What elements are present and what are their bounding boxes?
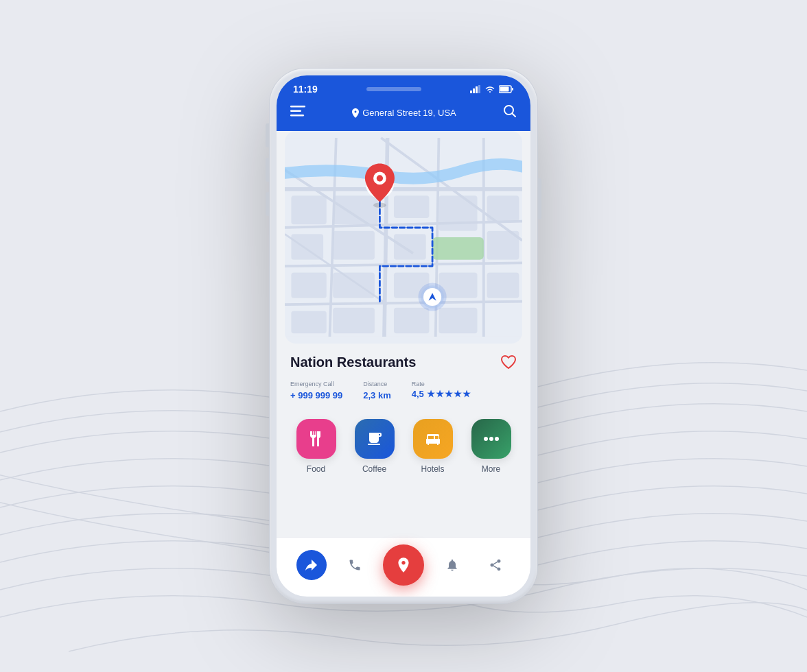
star-1: ★ (427, 389, 435, 399)
svg-rect-34 (333, 272, 375, 298)
favorite-button[interactable] (500, 355, 517, 374)
svg-rect-33 (487, 231, 519, 260)
more-label: More (482, 464, 500, 474)
phone-frame: 11:19 (270, 69, 537, 603)
svg-rect-5 (500, 87, 509, 92)
status-notch (366, 87, 421, 91)
svg-rect-24 (291, 195, 326, 224)
signal-icon (470, 85, 481, 93)
rate-stat: Rate 4,5 ★ ★ ★ ★ ★ (412, 381, 471, 401)
emergency-stat: Emergency Call + 999 999 99 (290, 381, 342, 401)
svg-rect-29 (291, 234, 323, 259)
svg-rect-28 (487, 195, 519, 221)
cup-icon (366, 431, 383, 447)
dots-icon (483, 436, 500, 442)
distance-value: 2,3 km (363, 390, 390, 400)
info-stats: Emergency Call + 999 999 99 Distance 2,3… (290, 381, 517, 401)
heart-icon (500, 355, 517, 370)
category-buttons: Food Coffee (277, 419, 530, 474)
distance-stat: Distance 2,3 km (363, 381, 390, 401)
emergency-value: + 999 999 99 (290, 390, 342, 400)
phone-icon (348, 558, 362, 572)
header-address: General Street 19, USA (362, 108, 456, 118)
nav-share[interactable] (480, 550, 511, 580)
distance-label: Distance (363, 381, 390, 387)
category-more[interactable]: More (471, 419, 511, 474)
svg-rect-1 (473, 88, 475, 93)
bell-icon (445, 558, 459, 572)
svg-rect-27 (438, 195, 477, 230)
info-header: Nation Restaurants (290, 355, 517, 374)
svg-rect-39 (333, 308, 375, 333)
nav-directions[interactable] (296, 550, 327, 580)
svg-rect-9 (290, 115, 304, 117)
emergency-label: Emergency Call (290, 381, 342, 387)
phone-screen: 11:19 (277, 75, 530, 597)
bed-icon (425, 431, 441, 447)
rate-label: Rate (412, 381, 471, 387)
map-view[interactable] (285, 131, 522, 344)
svg-rect-31 (333, 231, 375, 260)
coffee-label: Coffee (362, 464, 386, 474)
svg-rect-8 (290, 110, 301, 112)
star-3: ★ (445, 389, 453, 399)
svg-rect-38 (291, 311, 326, 334)
nav-notifications[interactable] (437, 550, 467, 580)
svg-rect-40 (394, 308, 429, 333)
share-icon (489, 558, 502, 572)
category-coffee[interactable]: Coffee (355, 419, 395, 474)
category-hotels[interactable]: Hotels (413, 419, 453, 474)
svg-rect-6 (512, 88, 513, 91)
svg-rect-3 (478, 85, 480, 93)
phone-mockup: 11:19 (270, 69, 537, 603)
info-section: Nation Restaurants Emergency Call + 999 … (277, 344, 530, 419)
bottom-navigation (277, 537, 530, 597)
svg-point-52 (495, 437, 499, 441)
map-svg (285, 131, 522, 344)
nav-call[interactable] (340, 550, 370, 580)
star-5-empty: ★ (463, 389, 471, 399)
menu-icon[interactable] (290, 106, 305, 120)
rate-value: 4,5 (412, 389, 424, 399)
status-time: 11:19 (293, 84, 318, 95)
svg-rect-23 (432, 237, 484, 260)
svg-rect-0 (470, 91, 472, 93)
wifi-icon (484, 85, 495, 93)
svg-rect-41 (438, 308, 477, 333)
header-bar: General Street 19, USA (277, 100, 530, 131)
status-bar: 11:19 (277, 75, 530, 100)
hotels-icon (413, 419, 453, 459)
more-icon (471, 419, 511, 459)
svg-rect-26 (394, 195, 429, 218)
category-food[interactable]: Food (296, 419, 336, 474)
svg-rect-7 (290, 106, 305, 108)
svg-rect-2 (476, 86, 478, 93)
search-icon[interactable] (503, 104, 517, 121)
search-svg (503, 104, 517, 118)
svg-point-50 (484, 437, 488, 441)
stars-container: 4,5 ★ ★ ★ ★ ★ (412, 389, 471, 399)
food-label: Food (307, 464, 325, 474)
svg-rect-25 (333, 195, 377, 224)
svg-point-46 (377, 175, 383, 181)
star-4: ★ (454, 389, 462, 399)
battery-icon (499, 85, 514, 93)
hotels-label: Hotels (421, 464, 444, 474)
star-2: ★ (436, 389, 444, 399)
fork-icon (308, 431, 325, 447)
nav-location-center[interactable] (383, 544, 424, 586)
location-icon (395, 556, 412, 574)
place-name: Nation Restaurants (290, 355, 416, 370)
coffee-icon (355, 419, 395, 459)
hamburger-svg (290, 106, 305, 117)
location-pin-icon (352, 108, 359, 118)
food-icon (296, 419, 336, 459)
svg-point-44 (373, 203, 386, 208)
svg-rect-37 (487, 272, 519, 298)
directions-icon (305, 558, 318, 572)
status-icons (470, 85, 514, 93)
svg-point-51 (489, 437, 493, 441)
svg-rect-32 (394, 234, 426, 259)
svg-rect-30 (291, 272, 326, 298)
header-location: General Street 19, USA (352, 108, 456, 118)
